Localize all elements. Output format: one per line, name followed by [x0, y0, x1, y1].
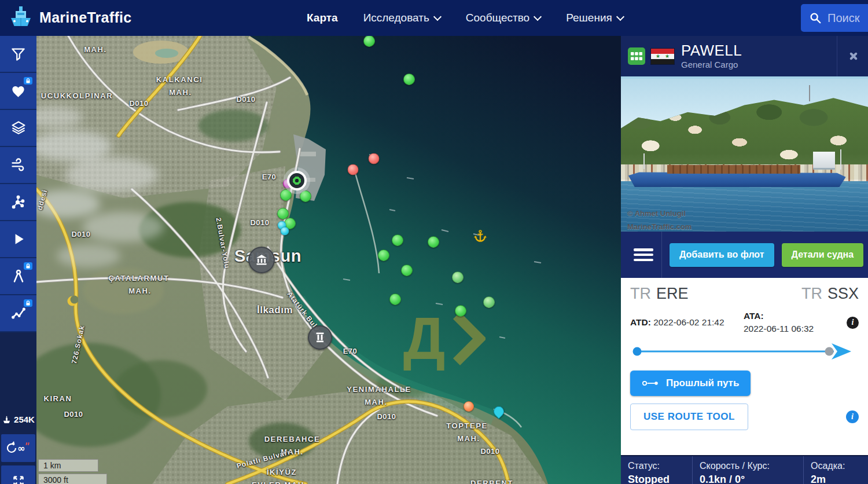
use-route-tool-button[interactable]: USE ROUTE TOOL [630, 404, 748, 430]
panel-menu-button[interactable] [634, 248, 653, 261]
search-placeholder: Поиск [827, 12, 859, 25]
main-menu: КартаИсследоватьСообществоРешения [307, 0, 623, 36]
route-tool-info-icon[interactable] [846, 410, 859, 423]
add-to-fleet-button[interactable]: Добавить во флот [670, 243, 774, 267]
vessel-marker-red[interactable] [353, 170, 364, 181]
brand-logo[interactable]: MarineTraffic [8, 5, 132, 30]
fleet-grid-icon[interactable] [628, 47, 645, 65]
fullscreen-button[interactable] [1, 465, 35, 484]
ata-value: 2022-06-11 06:32 [744, 322, 814, 335]
compass-icon [10, 268, 27, 284]
map-label: MAH. [84, 45, 107, 54]
destination-country-code: TR [801, 285, 822, 302]
vessel-marker-green-light[interactable] [489, 302, 501, 314]
vessel-actions-bar: Добавить во флот Детали судна [621, 232, 868, 278]
sidebar-item-filters[interactable] [0, 36, 36, 73]
sidebar-item-measure[interactable] [0, 258, 36, 295]
map-label: D010 [250, 218, 269, 227]
monument-poi-icon [320, 338, 344, 362]
vessel-marker-green[interactable] [286, 195, 297, 207]
map-label: ÇATALARMUT [108, 274, 169, 283]
chevron-down-icon [616, 13, 624, 21]
chevron-down-icon [534, 13, 542, 21]
vessel-marker-green[interactable] [433, 242, 445, 254]
close-icon [848, 52, 858, 61]
atd-value: 2022-06-02 21:42 [653, 317, 724, 327]
map-scale-km: 1 km [38, 459, 98, 472]
map-label: MAH. [169, 88, 192, 97]
vessel-marker-green[interactable] [395, 299, 407, 311]
stat-col-2: Скорость / Курс:0.1kn / 0° [692, 456, 803, 484]
heart-icon [10, 83, 26, 99]
vessel-count-indicator[interactable]: 254K [0, 415, 36, 424]
anchorage-icon[interactable] [473, 229, 488, 244]
sidebar-item-favorites[interactable] [0, 73, 36, 110]
stat-label: Статус: [628, 461, 685, 471]
vessel-detail-panel: ★ ★ PAWELL General Cargo © Ahm [621, 36, 868, 484]
origin-port-code: ERE [656, 285, 689, 302]
search-box[interactable]: Поиск [801, 4, 868, 32]
network-icon [10, 195, 26, 210]
syria-flag-icon: ★ ★ [651, 49, 674, 64]
brand-name: MarineTraffic [39, 9, 132, 26]
vessel-marker-green[interactable] [409, 79, 421, 91]
sidebar-item-density[interactable] [0, 184, 36, 221]
vessel-marker-green[interactable] [398, 240, 409, 252]
stat-value: 0.1kn / 0° [700, 474, 796, 484]
origin-port: TRERE [630, 285, 689, 303]
auto-refresh-button[interactable]: ∞ [1, 434, 35, 462]
sidebar-item-weather[interactable] [0, 147, 36, 184]
nav-item-1[interactable]: Карта [307, 12, 338, 24]
sidebar-item-past-tracks[interactable] [0, 295, 36, 332]
vessel-photo[interactable]: © Ahmet Unlugil MarineTraffic.com [621, 76, 868, 232]
vessel-panel-header: ★ ★ PAWELL General Cargo [621, 36, 868, 76]
stat-value: Stopped [628, 474, 685, 484]
nav-item-3[interactable]: Сообщество [466, 12, 540, 24]
satellite-basemap [36, 36, 621, 484]
map-label: İKİYÜZ [267, 468, 297, 476]
top-nav: MarineTraffic КартаИсследоватьСообщество… [0, 0, 868, 36]
destination-port-code: SSX [827, 285, 859, 302]
voyage-progress-bar [630, 342, 859, 364]
stat-col-3: Осадка:2m [803, 456, 868, 484]
vessel-marker-orange[interactable] [469, 406, 479, 417]
stat-col-1: Статус:Stopped [621, 456, 692, 484]
search-icon [809, 12, 822, 24]
play-icon [11, 232, 26, 247]
map-label: E70 [343, 347, 358, 355]
photo-credit-author: © Ahmet Unlugil [627, 209, 686, 218]
map-label: UCUKKOLPINAR [41, 91, 113, 100]
voyage-section: TRERE TRSSX ATD: 2022-06-02 21:42 ATA: 2… [621, 278, 868, 455]
vessel-name: PAWELL [681, 43, 742, 58]
map-label: D010 [480, 447, 499, 456]
marinetraffic-app: MarineTraffic КартаИсследоватьСообщество… [0, 0, 868, 484]
fullscreen-expand-icon [11, 474, 26, 484]
marinetraffic-ship-logo-icon [8, 5, 34, 30]
close-panel-button[interactable] [837, 36, 868, 76]
sidebar-item-layers[interactable] [0, 110, 36, 147]
vessel-marker-green[interactable] [384, 255, 395, 267]
map-label: DEREBAHCE [264, 435, 321, 443]
past-track-button[interactable]: Прошлый путь [630, 371, 751, 396]
crescent-road-icon [67, 295, 78, 307]
map-canvas[interactable]: Д MAH.KALKANCIMAH.UCUKKOLPINARÇATALARMUT… [36, 36, 621, 484]
selected-vessel-marker[interactable] [297, 181, 323, 207]
nav-item-2[interactable]: Исследовать [363, 12, 440, 24]
sidebar-item-playback[interactable] [0, 221, 36, 258]
vessel-marker-cyan[interactable] [285, 231, 293, 240]
vessel-marker-green-light[interactable] [458, 277, 469, 289]
nav-item-4[interactable]: Решения [566, 12, 623, 24]
vessel-marker-cyan-pin[interactable] [499, 416, 509, 426]
vessel-marker-green[interactable] [369, 41, 381, 53]
vessel-marker-green[interactable] [407, 270, 418, 282]
vessel-details-button[interactable]: Детали судна [782, 243, 864, 267]
voyage-info-icon[interactable] [847, 317, 859, 329]
vessel-marker-green[interactable] [461, 311, 472, 322]
wind-icon [10, 157, 27, 173]
svg-text:★: ★ [656, 53, 660, 59]
photo-cargo-ship [628, 162, 846, 188]
lock-icon [24, 77, 32, 85]
map-label: MAH. [457, 434, 480, 443]
vessel-marker-red[interactable] [374, 159, 385, 170]
past-track-icon [642, 379, 659, 387]
